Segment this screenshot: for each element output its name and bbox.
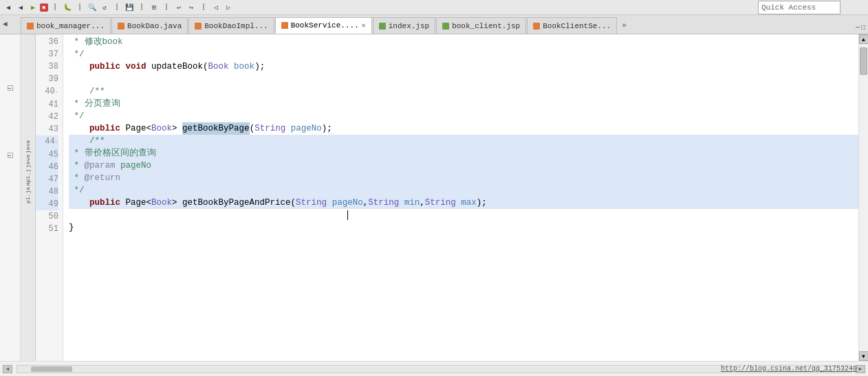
code-line-42: */: [69, 110, 858, 122]
save-icon[interactable]: 💾: [124, 2, 135, 13]
tabbar: ◀ book_manager... BookDao.java BookDaoIm…: [0, 15, 868, 34]
debug-icon[interactable]: 🐛: [62, 2, 73, 13]
code-line-51: }: [69, 221, 858, 234]
code-line-46: * @param pageNo: [69, 159, 858, 172]
side-nav-plj: pl.ja: [24, 187, 32, 203]
code-line-44: /**: [69, 135, 858, 147]
left-gutter: − −: [0, 34, 21, 361]
code-line-36: * 修改book: [69, 36, 858, 48]
window-icon[interactable]: ⊞: [149, 2, 160, 13]
refresh-icon[interactable]: ↺: [99, 2, 110, 13]
sidebar-collapse-icon[interactable]: ◀: [3, 19, 8, 28]
code-line-43: public Page<Book> getBookByPage(String p…: [69, 122, 858, 135]
tab-book-manager[interactable]: book_manager...: [21, 17, 111, 34]
stop-icon[interactable]: ■: [40, 3, 48, 12]
tab-label-bookdao: BookDao.java: [127, 22, 182, 30]
separator3: |: [111, 2, 122, 13]
side-nav-java2: java: [24, 155, 32, 168]
code-line-45: * 带价格区间的查询: [69, 147, 858, 159]
editor-container: − − java java mpl.j pl.ja 36 37 38 39 40…: [0, 34, 868, 361]
scrollbar-track[interactable]: [859, 44, 868, 351]
scrollbar-up-btn[interactable]: ▲: [859, 34, 869, 44]
side-nav-java1: java: [24, 140, 32, 153]
separator4: |: [136, 2, 147, 13]
scrollbar-thumb[interactable]: [860, 47, 867, 75]
tab-index-jsp[interactable]: index.jsp: [373, 17, 435, 34]
bottom-url[interactable]: http://blog.csina.net/qq_31753240: [721, 365, 857, 373]
right-scrollbar[interactable]: ▲ ▼: [858, 34, 868, 361]
side-nav: java java mpl.j pl.ja: [21, 34, 36, 361]
toolbar-icons: ◀ ◀ ▶ ■ | 🐛 | 🔍 ↺ | 💾 | ⊞ | ↩ ↪ | ◁ ▷: [3, 2, 865, 13]
code-content[interactable]: * 修改book */ public void updateBook(Book …: [63, 34, 858, 361]
tab-label-book-manager: book_manager...: [36, 22, 105, 30]
tab-bookdao-java[interactable]: BookDao.java: [111, 17, 188, 34]
method-highlight: getBookByPage: [182, 122, 250, 135]
forward-icon[interactable]: ◀: [15, 2, 26, 13]
separator5: |: [161, 2, 172, 13]
tab-icon-book-manager: [27, 23, 34, 30]
tab-label-bookclientse: BookClientSe...: [543, 22, 611, 30]
fold-icon-40[interactable]: −: [8, 85, 13, 91]
undo-icon[interactable]: ↩: [173, 2, 184, 13]
code-line-37: */: [69, 48, 858, 60]
tab-label-bookservice: BookService....: [291, 21, 359, 30]
tab-icon-bookdaoimpl: [195, 23, 202, 30]
tab-label-index: index.jsp: [389, 22, 429, 30]
code-line-50: [69, 209, 858, 221]
tab-close-bookservice[interactable]: ✕: [362, 21, 366, 30]
text-cursor: [347, 210, 348, 220]
quick-access-label: Quick Access: [761, 3, 816, 12]
code-line-38: public void updateBook(Book book);: [69, 60, 858, 73]
separator1: |: [50, 2, 61, 13]
tab-bookdaoimpl[interactable]: BookDaoImpl...: [188, 17, 274, 34]
scrollbar-down-btn[interactable]: ▼: [859, 351, 869, 361]
code-line-39: [69, 73, 858, 85]
side-nav-mplj: mpl.j: [24, 169, 32, 186]
code-line-48: */: [69, 184, 858, 197]
code-line-41: * 分页查询: [69, 98, 858, 110]
redo-icon[interactable]: ↪: [186, 2, 197, 13]
tab-label-bookclient: book_client.jsp: [452, 22, 520, 30]
prev-edit-icon[interactable]: ◁: [210, 2, 221, 13]
next-edit-icon[interactable]: ▷: [223, 2, 234, 13]
code-editor[interactable]: 36 37 38 39 40- 41 42 43 44- 45 46 47 48…: [36, 34, 858, 361]
tab-book-client-jsp[interactable]: book_client.jsp: [436, 17, 526, 34]
quick-access-box[interactable]: Quick Access: [758, 1, 840, 14]
h-scroll-right-btn[interactable]: ▶: [856, 365, 865, 373]
separator2: |: [74, 2, 85, 13]
toolbar: ◀ ◀ ▶ ■ | 🐛 | 🔍 ↺ | 💾 | ⊞ | ↩ ↪ | ◁ ▷ Qu…: [0, 0, 868, 15]
tab-icon-bookclient: [442, 23, 449, 30]
search-icon[interactable]: 🔍: [87, 2, 98, 13]
fold-icon-44[interactable]: −: [8, 153, 13, 158]
max-editor-icon[interactable]: □: [861, 24, 865, 32]
tab-icon-bookclientse: [533, 23, 540, 30]
min-editor-icon[interactable]: ─: [856, 24, 860, 32]
separator6: |: [198, 2, 209, 13]
tab-overflow[interactable]: »: [618, 17, 631, 34]
code-line-49: public Page<Book> getBookByPageAndPrice(…: [69, 197, 858, 209]
run-icon[interactable]: ▶: [28, 2, 39, 13]
line-numbers: 36 37 38 39 40- 41 42 43 44- 45 46 47 48…: [36, 34, 63, 361]
bottom-bar: ◀ ▶ http://blog.csina.net/qq_31753240: [0, 361, 868, 376]
tab-icon-bookdao: [118, 23, 124, 30]
tab-icon-index: [379, 23, 386, 30]
tab-label-bookdaoimpl: BookDaoImpl...: [204, 22, 268, 30]
h-scrollbar-thumb[interactable]: [31, 366, 72, 372]
code-line-47: * @return: [69, 172, 858, 184]
tab-bookclientse[interactable]: BookClientSe...: [527, 17, 617, 34]
tab-icon-bookservice: [281, 22, 288, 29]
tab-bookservice[interactable]: BookService.... ✕: [275, 17, 372, 34]
h-scroll-left-btn[interactable]: ◀: [3, 365, 12, 373]
back-icon[interactable]: ◀: [3, 2, 14, 13]
code-line-40: /**: [69, 85, 858, 98]
